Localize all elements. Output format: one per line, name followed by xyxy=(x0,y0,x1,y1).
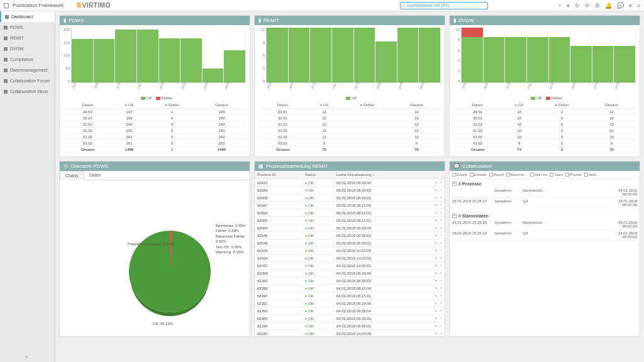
filter-ersteller[interactable]: Ersteller xyxy=(470,173,487,177)
section-header[interactable]: −# Stammdaten xyxy=(452,214,637,218)
collapse-icon[interactable]: − xyxy=(452,182,457,186)
home-icon[interactable] xyxy=(4,3,9,8)
table-row[interactable]: 62606●OK05.02.2018 08:15:02✎ ↗ xyxy=(255,209,445,217)
open-icon[interactable]: ↗ xyxy=(439,324,442,328)
table-row[interactable]: 62220●OK03.02.2018 14:03:05✎ ↗ xyxy=(255,330,445,337)
table-row[interactable]: 62437●OK04.02.2018 14:03:01✎ ↗ xyxy=(255,262,445,270)
open-icon[interactable]: ↗ xyxy=(439,264,442,268)
topbar-action-icon[interactable]: 💬 xyxy=(617,3,624,9)
open-icon[interactable]: ↗ xyxy=(439,317,442,321)
collab-row[interactable]: 24.01.2018 15:28:27bpcadminQA24.01.20180… xyxy=(452,198,637,209)
open-icon[interactable]: ↗ xyxy=(439,272,442,275)
table-row[interactable]: 62424●OK04.02.2018 14:03:02✎ ↗ xyxy=(255,255,445,262)
sidebar-item-dashboard[interactable]: Dashboard xyxy=(0,11,55,22)
open-icon[interactable]: ↗ xyxy=(439,287,442,290)
collab-row[interactable]: 24.01.2018 15:25:25bpcadminNachverarb…24… xyxy=(452,219,637,230)
table-row[interactable]: 62350●OK04.02.2018 00:29:04✎ ↗ xyxy=(255,307,445,315)
edit-icon[interactable]: ✎ xyxy=(435,189,438,192)
edit-icon[interactable]: ✎ xyxy=(435,241,438,245)
table-row[interactable]: 62351●OK04.02.2018 00:29:04✎ ↗ xyxy=(255,300,445,307)
topbar-action-icon[interactable]: ↻ xyxy=(575,3,580,9)
topbar-action-icon[interactable]: 🔔 xyxy=(605,3,612,9)
table-row[interactable]: 62610●OK05.02.2018 08:29:04✎ ↗ xyxy=(255,179,445,187)
open-icon[interactable]: ↗ xyxy=(439,234,442,238)
table-row[interactable]: 62608●OK05.02.2018 08:29:01✎ ↗ xyxy=(255,194,445,202)
open-icon[interactable]: ↗ xyxy=(439,256,442,260)
table-row[interactable]: 62609●OK05.02.2018 08:29:02✎ ↗ xyxy=(255,187,445,194)
edit-icon[interactable]: ✎ xyxy=(435,302,438,305)
filter-erstellt[interactable]: Erstellt xyxy=(452,173,467,177)
table-row[interactable]: 62604●OK05.02.2018 00:29:04✎ ↗ xyxy=(255,224,445,232)
table-row[interactable]: 62548●OK05.02.2018 00:29:01✎ ↗ xyxy=(255,239,445,247)
open-icon[interactable]: ↗ xyxy=(439,204,442,207)
edit-icon[interactable]: ✎ xyxy=(435,287,438,290)
open-icon[interactable]: ↗ xyxy=(439,279,442,283)
sidebar-item-collaboration-inbox[interactable]: Collaboration Inbox xyxy=(0,86,55,97)
topbar-action-icon[interactable]: ⟳ xyxy=(585,3,590,9)
sidebar-item-compliance[interactable]: Compliance xyxy=(0,54,55,65)
edit-icon[interactable]: ✎ xyxy=(435,219,438,222)
tab-charts[interactable]: Charts xyxy=(60,171,84,180)
edit-icon[interactable]: ✎ xyxy=(435,256,438,260)
table-row[interactable]: 62549●OK05.02.2018 00:29:02✎ ↗ xyxy=(255,232,445,239)
open-icon[interactable]: ↗ xyxy=(439,241,442,245)
table-row[interactable]: 62607●OK05.02.2018 08:15:03✎ ↗ xyxy=(255,202,445,209)
edit-icon[interactable]: ✎ xyxy=(435,309,438,313)
column-header[interactable]: Status xyxy=(303,171,334,179)
edit-icon[interactable]: ✎ xyxy=(435,211,438,215)
edit-icon[interactable]: ✎ xyxy=(435,332,438,336)
edit-icon[interactable]: ✎ xyxy=(435,234,438,238)
open-icon[interactable]: ↗ xyxy=(439,211,442,215)
open-icon[interactable]: ↗ xyxy=(439,226,442,230)
table-row[interactable]: 62229●OK04.02.2018 00:29:01✎ ↗ xyxy=(255,322,445,330)
edit-icon[interactable]: ✎ xyxy=(435,264,438,268)
sidebar-item-pdws[interactable]: PDWS xyxy=(0,22,55,33)
edit-icon[interactable]: ✎ xyxy=(435,272,438,275)
topbar-action-icon[interactable]: + xyxy=(558,3,561,9)
collapse-icon[interactable]: − xyxy=(452,214,457,218)
filter-beschrei…[interactable]: Beschrei… xyxy=(506,173,528,177)
open-icon[interactable]: ↗ xyxy=(439,309,442,313)
topbar-action-icon[interactable]: ⚙ xyxy=(595,3,600,9)
filter-aktiv bis[interactable]: Aktiv bis xyxy=(530,173,547,177)
filter-team[interactable]: Team xyxy=(550,173,562,177)
open-icon[interactable]: ↗ xyxy=(439,181,442,185)
sidebar-collapse-icon[interactable]: « xyxy=(25,354,28,359)
open-icon[interactable]: ↗ xyxy=(439,196,442,200)
edit-icon[interactable]: ✎ xyxy=(435,324,438,328)
edit-icon[interactable]: ✎ xyxy=(435,317,438,321)
topbar-action-icon[interactable]: ≡ xyxy=(637,3,640,9)
table-row[interactable]: 62393●OK04.02.2018 08:29:04✎ ↗ xyxy=(255,270,445,277)
column-header[interactable]: Letzte Aktualisierung ↓ xyxy=(334,171,420,179)
open-icon[interactable]: ↗ xyxy=(439,249,442,253)
table-row[interactable]: 62397●OK04.02.2018 08:15:01✎ ↗ xyxy=(255,292,445,300)
collab-row[interactable]: bpcadminNachverarb…24.01.201800:00:00 xyxy=(452,187,637,198)
edit-icon[interactable]: ✎ xyxy=(435,196,438,200)
global-search[interactable]: ⌕ Suchenname mit (F2) xyxy=(400,2,488,9)
edit-icon[interactable]: ✎ xyxy=(435,279,438,283)
table-row[interactable]: 62425●OK04.02.2018 14:03:05✎ ↗ xyxy=(255,247,445,255)
table-row[interactable]: 62605●OK05.02.2018 08:15:01✎ ↗ xyxy=(255,217,445,224)
open-icon[interactable]: ↗ xyxy=(439,302,442,305)
collab-row[interactable]: 24.01.2018 15:25:10bpcadminQA24.01.20180… xyxy=(452,230,637,241)
edit-icon[interactable]: ✎ xyxy=(435,181,438,185)
filter-aktiv[interactable]: Aktiv xyxy=(584,173,596,177)
open-icon[interactable]: ↗ xyxy=(439,219,442,222)
column-header[interactable] xyxy=(419,171,445,179)
sidebar-item-datenmanagement[interactable]: Datenmanagement xyxy=(0,65,55,75)
filter-betreff[interactable]: Betreff xyxy=(489,173,504,177)
sidebar-item-remit[interactable]: REMIT xyxy=(0,33,55,43)
tab-daten[interactable]: Daten xyxy=(84,171,106,180)
sidebar-item-dvgw[interactable]: DVGW xyxy=(0,43,55,54)
edit-icon[interactable]: ✎ xyxy=(435,294,438,298)
edit-icon[interactable]: ✎ xyxy=(435,249,438,253)
table-row[interactable]: 62398●OK04.02.2018 08:15:04✎ ↗ xyxy=(255,285,445,292)
open-icon[interactable]: ↗ xyxy=(439,189,442,192)
filter-priorität[interactable]: Priorität xyxy=(565,173,582,177)
open-icon[interactable]: ↗ xyxy=(439,332,442,336)
edit-icon[interactable]: ✎ xyxy=(435,204,438,207)
sidebar-item-collaboration-forum[interactable]: Collaboration Forum xyxy=(0,75,55,86)
topbar-action-icon[interactable]: ▾ xyxy=(629,3,632,9)
open-icon[interactable]: ↗ xyxy=(439,294,442,298)
section-header[interactable]: −# Prozesse xyxy=(452,182,637,186)
